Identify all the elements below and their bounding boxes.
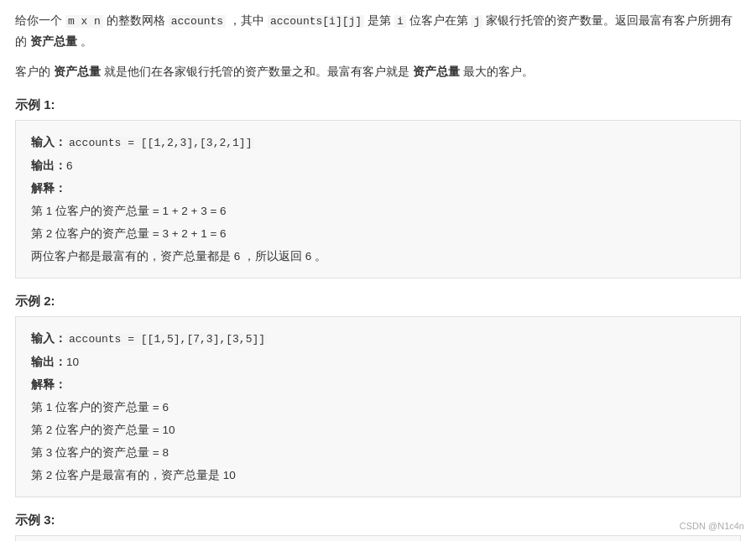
intro-text-end: 。 xyxy=(77,34,92,48)
example-input-label-1: 输入： xyxy=(31,136,66,148)
example-box-2: 输入：accounts = [[1,5],[7,3],[3,5]]输出：10解释… xyxy=(15,316,741,497)
intro-code-accounts: accounts xyxy=(169,15,226,28)
intro-code-mxn: m x n xyxy=(65,15,103,28)
intro-code-i: i xyxy=(394,15,406,28)
example-title-2: 示例 2: xyxy=(15,294,741,310)
example-title-3: 示例 3: xyxy=(15,512,741,528)
example-explain-label-1: 解释： xyxy=(31,177,725,200)
example-explain-bold-2: 解释： xyxy=(31,378,66,391)
intro-paragraph: 给你一个 m x n 的整数网格 accounts ，其中 accounts[i… xyxy=(15,10,741,53)
intro-text-pre: 给你一个 xyxy=(15,13,65,27)
example-explain-line-2-4: 第 2 位客户是最富有的，资产总量是 10 xyxy=(31,464,725,486)
example-output-value-2: 10 xyxy=(66,356,79,368)
example-input-value-2: accounts = [[1,5],[7,3],[3,5]] xyxy=(66,333,268,346)
example-input-value-1: accounts = [[1,2,3],[3,2,1]] xyxy=(66,137,254,149)
example-output-label-1: 输出： xyxy=(31,159,66,172)
example-explain-label-2: 解释： xyxy=(31,373,725,396)
intro-text2-mid: 就是他们在各家银行托管的资产数量之和。最富有客户就是 xyxy=(101,65,413,78)
example-explain-line-1-3: 两位客户都是最富有的，资产总量都是 6 ，所以返回 6 。 xyxy=(31,245,725,268)
intro-bold-assets: 资产总量 xyxy=(30,34,77,48)
example-output-line-1: 输出：6 xyxy=(31,154,725,177)
intro-text-mid1: 的整数网格 xyxy=(103,13,169,27)
intro-paragraph2: 客户的 资产总量 就是他们在各家银行托管的资产数量之和。最富有客户就是 资产总量… xyxy=(15,61,741,82)
example-explain-line-2-3: 第 3 位客户的资产总量 = 8 xyxy=(31,441,725,464)
watermark: CSDN @N1c4n xyxy=(680,521,744,531)
examples-container: 示例 1:输入：accounts = [[1,2,3],[3,2,1]]输出：6… xyxy=(15,97,741,541)
example-explain-line-2-2: 第 2 位客户的资产总量 = 10 xyxy=(31,419,725,441)
example-output-value-1: 6 xyxy=(66,159,73,172)
example-box-3: 输入：accounts = [[2,8,7],[7,1,3],[1,9,5]]输… xyxy=(15,535,741,541)
example-explain-bold-1: 解释： xyxy=(31,182,66,195)
example-input-line-2: 输入：accounts = [[1,5],[7,3],[3,5]] xyxy=(31,327,725,351)
intro-text-mid2: ，其中 xyxy=(226,13,268,27)
example-explain-line-1-2: 第 2 位客户的资产总量 = 3 + 2 + 1 = 6 xyxy=(31,222,725,245)
intro-code-j: j xyxy=(471,15,482,28)
intro-text-mid3: 是第 xyxy=(364,13,394,27)
intro-bold-assets3: 资产总量 xyxy=(413,65,460,78)
intro-text2-end: 最大的客户。 xyxy=(460,65,534,78)
example-explain-line-2-1: 第 1 位客户的资产总量 = 6 xyxy=(31,396,725,419)
intro-bold-assets2: 资产总量 xyxy=(54,65,101,78)
example-box-1: 输入：accounts = [[1,2,3],[3,2,1]]输出：6解释：第 … xyxy=(15,120,741,278)
intro-text2-pre: 客户的 xyxy=(15,65,54,78)
example-output-line-2: 输出：10 xyxy=(31,351,725,373)
example-input-label-2: 输入： xyxy=(31,332,66,345)
example-title-1: 示例 1: xyxy=(15,97,741,113)
intro-text-mid4: 位客户在第 xyxy=(406,13,472,27)
intro-code-accounts-ij: accounts[i][j] xyxy=(268,15,364,28)
example-explain-line-1-1: 第 1 位客户的资产总量 = 1 + 2 + 3 = 6 xyxy=(31,200,725,222)
example-input-line-1: 输入：accounts = [[1,2,3],[3,2,1]] xyxy=(31,131,725,154)
example-output-label-2: 输出： xyxy=(31,356,66,368)
